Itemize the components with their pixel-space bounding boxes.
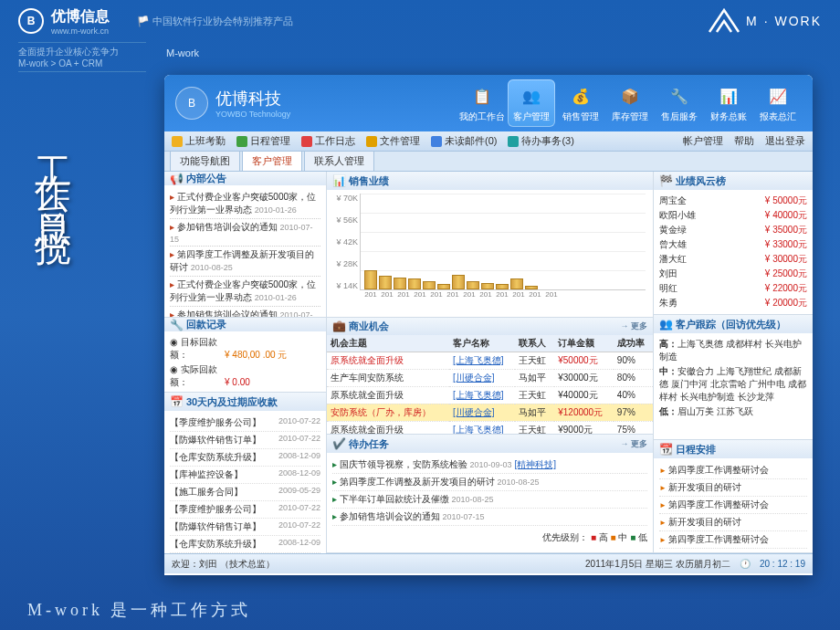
rank-list: 周宝全¥ 50000元欧阳小雄¥ 40000元黄金绿¥ 35000元曾大雄¥ 3… [654,190,813,314]
nav-item[interactable]: 📦库存管理 [606,79,654,127]
task-item[interactable]: 下半年订单回款统计及催缴 2010-08-25 [332,491,647,509]
schedule-item[interactable]: 新开发项目的研讨 [659,479,807,497]
follow-title: 客户跟踪（回访优先级） [676,318,786,331]
receivable-item[interactable]: 库神监控设备2008-12-09 [170,467,320,484]
toolbar-item[interactable]: 文件管理 [366,134,420,148]
side-title: 工作台总揽 [27,128,73,219]
bulletin-item[interactable]: 参加销售培训会议的通知 2010-07-15 [170,219,320,247]
nav-item[interactable]: 💰销售管理 [557,79,604,127]
refund-panel: 🔧回款记录 ◉ 目标回款额：¥ 480,00 .00 元◉ 实际回款额：¥ 0.… [164,318,326,393]
tasks-more[interactable]: → 更多 [620,438,647,450]
outer-logo-url: www.m-work.cn [51,26,110,36]
biz-icon: 💼 [332,320,345,332]
statusbar: 欢迎：刘田 （技术总监） 2011年1月5日 星期三 农历腊月初二 🕐 20 :… [164,553,813,573]
footer: M-work 是一种工作方式 [27,599,252,621]
rank-row: 刘田¥ 25000元 [659,267,807,281]
toolbar-item[interactable]: 未读邮件(0) [431,134,497,148]
tasks-panel: ✔️待办任务→ 更多 国庆节领导视察，安防系统检验 2010-09-03 [精神… [327,435,653,553]
follow-icon: 👥 [659,318,672,331]
bulletin-item[interactable]: 正式付费企业客户突破5000家，位列行业第一业界动态 2010-01-26 [170,189,320,219]
chart-bar [437,284,450,289]
toolbar-right: 帐户管理帮助退出登录 [683,134,805,148]
window-header: B 优博科技 YOWBO Technology 📋我的工作台👥客户管理💰销售管理… [164,75,813,131]
chart-bar [525,286,538,290]
chart-bar [408,278,421,289]
toolbar-item[interactable]: 退出登录 [765,134,805,148]
schedule-item[interactable]: 新开发项目的研讨 [659,514,807,531]
tab[interactable]: 功能导航图 [170,151,240,171]
toolbar-left: 上班考勤日程管理工作日志文件管理未读邮件(0)待办事务(3) [172,134,574,148]
receivable-item[interactable]: 季度维护服务公司2010-07-22 [170,501,320,519]
follow-list: 高：上海飞奥德 成都样村 长兴电护制造中：安徽合力 上海飞翔世纪 成都新德 厦门… [654,333,813,423]
schedule-item[interactable]: 第四季度工作调整研讨会 [659,462,807,479]
outer-logo-icon: B [18,8,44,34]
biz-title: 商业机会 [349,320,389,333]
main-nav: 📋我的工作台👥客户管理💰销售管理📦库存管理🔧售后服务📊财务总账📈报表总汇 [458,79,802,127]
priority-legend: 优先级别： ■ 高 ■ 中 ■ 低 [327,530,653,546]
receivable-title: 30天内及过期应收款 [186,395,278,409]
follow-panel: 👥客户跟踪（回访优先级） 高：上海飞奥德 成都样村 长兴电护制造中：安徽合力 上… [654,315,813,440]
receivable-item[interactable]: 防爆软件销售订单2010-07-22 [170,519,320,536]
nav-item[interactable]: 📋我的工作台 [458,79,506,127]
biz-more[interactable]: → 更多 [620,320,647,332]
status-welcome: 欢迎：刘田 （技术总监） [172,558,275,571]
bulletin-title: 内部公告 [186,172,226,185]
toolbar-item[interactable]: 帮助 [734,134,754,148]
bulletin-item[interactable]: 正式付费企业客户突破5000家，位列行业第一业界动态 2010-01-26 [170,277,320,307]
nav-item[interactable]: 👥客户管理 [508,79,555,127]
toolbar-item[interactable]: 帐户管理 [683,134,723,148]
nav-item[interactable]: 📈报表总汇 [754,79,802,127]
rank-row: 黄金绿¥ 35000元 [659,223,807,237]
nav-icon: 📊 [716,83,741,109]
biz-row[interactable]: 原系统就全面升级[上海飞奥德]王天虹¥50000元90% [327,352,653,369]
task-item[interactable]: 第四季度工作调整及新开发项目的研讨 2010-08-25 [332,474,647,491]
receivable-panel: 📅30天内及过期应收款 季度维护服务公司2010-07-22防爆软件销售订单20… [164,393,326,553]
rank-icon: 🏁 [659,174,672,187]
follow-group: 中：安徽合力 上海飞翔世纪 成都新德 厦门中河 北京雷哈 广州中电 成都样村 长… [659,364,807,404]
content-area: 📢内部公告 正式付费企业客户突破5000家，位列行业第一业界动态 2010-01… [164,172,813,553]
toolbar-item[interactable]: 上班考勤 [172,134,226,148]
biz-row[interactable]: 原系统就全面升级[上海飞奥德]王天虹¥9000元75% [327,421,653,434]
nav-item[interactable]: 📊财务总账 [705,79,752,127]
biz-row[interactable]: 生产车间安防系统[川硬合金]马如平¥30000元80% [327,369,653,386]
receivable-item[interactable]: 仓库安防系统升级2008-12-09 [170,449,320,467]
toolbar-item[interactable]: 待办事务(3) [508,134,573,148]
status-time: 20 : 12 : 19 [760,559,805,569]
tabs: 功能导航图客户管理联系人管理 [164,152,813,172]
receivable-item[interactable]: 施工服务合同2009-05-29 [170,484,320,501]
bulletin-icon: 📢 [170,173,183,185]
bulletin-item[interactable]: 参加销售培训会议的通知 2010-07-15 [170,307,320,317]
biz-panel: 💼商业机会→ 更多 机会主题客户名称联系人订单金额成功率原系统就全面升级[上海飞… [327,318,653,435]
chart-y-axis: ¥ 70K¥ 56K¥ 42K¥ 28K¥ 14K [329,194,358,290]
nav-icon: 📈 [765,83,791,109]
follow-group: 低：眉山万美 江苏飞跃 [659,404,807,419]
tab[interactable]: 客户管理 [242,151,302,171]
receivable-icon: 📅 [170,395,183,408]
mid-column: 📊销售业绩 ¥ 70K¥ 56K¥ 42K¥ 28K¥ 14K 20120120… [327,172,654,553]
app-logo: B 优博科技 YOWBO Technology [175,87,290,120]
receivable-item[interactable]: 仓库安防系统升级2008-12-09 [170,536,320,553]
tab[interactable]: 联系人管理 [304,151,374,171]
app-window: M-work ™ B 优博科技 YOWBO Technology 📋我的工作台👥… [164,75,813,575]
toolbar-item[interactable]: 工作日志 [301,134,355,148]
rank-row: 明红¥ 22000元 [659,281,807,296]
biz-row[interactable]: 原系统就全面升级[上海飞奥德]王天虹¥40000元40% [327,386,653,404]
task-item[interactable]: 国庆节领导视察，安防系统检验 2010-09-03 [精神科技] [332,457,647,474]
nav-item[interactable]: 🔧售后服务 [656,79,703,127]
chart-x-axis: 201201201201201201201201201201201201 [360,290,646,299]
schedule-item[interactable]: 第四季度工作调整研讨会 [659,497,807,514]
right-column: 🏁业绩风云榜 周宝全¥ 50000元欧阳小雄¥ 40000元黄金绿¥ 35000… [654,172,813,553]
biz-row[interactable]: 安防系统（厂办，库房）[川硬合金]马如平¥120000元97% [327,404,653,421]
receivable-item[interactable]: 季度维护服务公司2010-07-22 [170,415,320,432]
refund-list: ◉ 目标回款额：¥ 480,00 .00 元◉ 实际回款额：¥ 0.00◉ 计划… [164,331,326,392]
chart-bar [423,281,436,289]
bulletin-item[interactable]: 第四季度工作调整及新开发项目的研讨 2010-08-25 [170,247,320,277]
toolbar-item[interactable]: 日程管理 [236,134,290,148]
schedule-item[interactable]: 第四季度工作调整研讨会 [659,531,807,549]
outer-banner: 🏳️ 中国软件行业协会特别推荐产品 [137,15,293,28]
clock-icon: 🕐 [740,559,751,569]
task-item[interactable]: 参加销售培训会议的通知 2010-07-15 [332,509,647,526]
chart-bar [496,284,509,289]
schedule-title: 日程安排 [676,443,716,457]
receivable-item[interactable]: 防爆软件销售订单2010-07-22 [170,432,320,449]
